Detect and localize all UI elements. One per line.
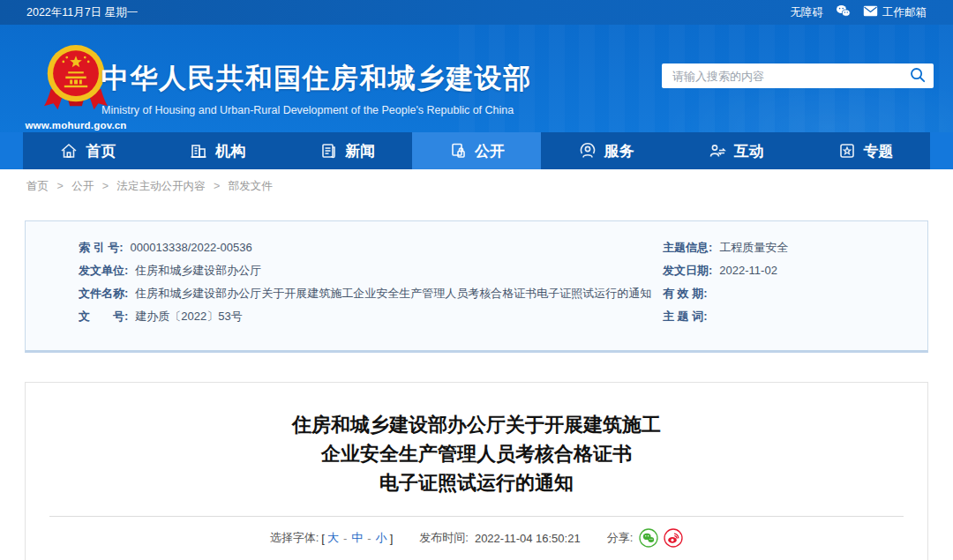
news-icon — [319, 141, 338, 161]
wechat-icon — [836, 4, 851, 20]
article-title: 住房和城乡建设部办公厅关于开展建筑施工 企业安全生产管理人员考核合格证书 电子证… — [26, 410, 927, 497]
article-title-line2: 企业安全生产管理人员考核合格证书 — [26, 439, 927, 468]
accessibility-link[interactable]: 无障碍 — [791, 5, 824, 20]
nav-tab-organization[interactable]: 机构 — [153, 132, 282, 169]
info-label: 有 效 期: — [663, 282, 708, 305]
interaction-icon — [708, 141, 727, 161]
info-label: 文件名称: — [79, 282, 128, 305]
work-mailbox-label: 工作邮箱 — [882, 5, 927, 20]
info-label: 主 题 词: — [663, 305, 708, 328]
info-label: 主题信息: — [663, 236, 712, 259]
article-title-line1: 住房和城乡建设部办公厅关于开展建筑施工 — [26, 410, 927, 439]
site-url: www.mohurd.gov.cn — [23, 120, 129, 131]
service-icon — [578, 141, 597, 161]
site-header: www.mohurd.gov.cn 中华人民共和国住房和城乡建设部 Minist… — [0, 25, 953, 132]
envelope-icon — [863, 5, 878, 19]
work-mailbox-link[interactable]: 工作邮箱 — [863, 5, 927, 20]
site-title: 中华人民共和国住房和城乡建设部 — [101, 60, 532, 97]
document-info-right-column: 主题信息: 工程质量安全 发文日期: 2022-11-02 有 效 期: 主 题… — [663, 221, 927, 350]
current-date: 2022年11月7日 星期一 — [26, 5, 138, 20]
search-button[interactable] — [909, 66, 927, 86]
home-icon — [59, 141, 79, 161]
nav-tab-news[interactable]: 新闻 — [282, 132, 412, 169]
info-row-index-number: 索 引 号: 000013338/2022-00536 — [79, 236, 663, 259]
font-size-large-button[interactable]: 大 — [327, 530, 339, 546]
primary-nav-row: 首页 机构 新闻 公开 — [0, 132, 953, 169]
info-label: 文 号: — [79, 305, 128, 328]
page: 2022年11月7日 星期一 无障碍 工作邮箱 — [0, 0, 953, 560]
topics-icon — [837, 141, 857, 161]
nav-tab-label: 机构 — [215, 141, 245, 161]
font-size-medium-button[interactable]: 中 — [351, 530, 363, 546]
search-box — [662, 63, 934, 88]
breadcrumb-separator: > — [56, 180, 63, 192]
bracket-open: [ — [321, 532, 325, 545]
info-row-keywords: 主 题 词: — [663, 305, 927, 328]
document-info-left-column: 索 引 号: 000013338/2022-00536 发文单位: 住房和城乡建… — [26, 221, 663, 350]
info-label: 发文日期: — [663, 259, 712, 282]
info-value: 住房和城乡建设部办公厅 — [135, 259, 261, 282]
nav-tab-disclosure[interactable]: 公开 — [412, 132, 542, 169]
nav-tab-interaction[interactable]: 互动 — [671, 132, 800, 169]
bracket-close: ] — [390, 532, 394, 545]
info-value: 工程质量安全 — [719, 236, 788, 259]
info-value: 2022-11-02 — [719, 259, 777, 282]
top-bar: 2022年11月7日 星期一 无障碍 工作邮箱 — [0, 0, 953, 25]
nav-tab-label: 首页 — [86, 141, 116, 161]
dash: - — [343, 532, 347, 545]
info-value: 建办质〔2022〕53号 — [135, 305, 242, 328]
nav-tab-label: 服务 — [604, 141, 634, 161]
share-weibo-button[interactable] — [664, 528, 683, 548]
primary-nav: 首页 机构 新闻 公开 — [23, 132, 930, 169]
breadcrumb: 首页 > 公开 > 法定主动公开内容 > 部发文件 — [26, 179, 273, 194]
share-wechat-button[interactable] — [639, 528, 658, 548]
breadcrumb-item-disclosure[interactable]: 公开 — [71, 180, 94, 192]
info-value: 住房和城乡建设部办公厅关于开展建筑施工企业安全生产管理人员考核合格证书电子证照试… — [135, 282, 651, 305]
organization-icon — [189, 141, 208, 161]
nav-tab-topics[interactable]: 专题 — [800, 132, 930, 169]
publish-time: 2022-11-04 16:50:21 — [475, 532, 581, 545]
info-row-document-number: 文 号: 建办质〔2022〕53号 — [79, 305, 663, 328]
search-input[interactable] — [672, 70, 909, 83]
document-info-panel: 索 引 号: 000013338/2022-00536 发文单位: 住房和城乡建… — [25, 220, 928, 353]
disclosure-icon — [448, 141, 468, 161]
nav-tab-home[interactable]: 首页 — [23, 132, 153, 169]
breadcrumb-item-statutory[interactable]: 法定主动公开内容 — [117, 180, 206, 192]
dash: - — [367, 532, 371, 545]
breadcrumb-separator: > — [214, 180, 220, 192]
nav-tab-label: 公开 — [475, 141, 505, 161]
nav-tab-service[interactable]: 服务 — [541, 132, 671, 169]
info-label: 发文单位: — [79, 259, 128, 282]
article-panel: 住房和城乡建设部办公厅关于开展建筑施工 企业安全生产管理人员考核合格证书 电子证… — [25, 382, 928, 560]
wechat-share-link[interactable] — [836, 4, 851, 20]
article-meta-bar: 选择字体: [ 大 - 中 - 小 ] 发布时间: 2022-11-04 16:… — [26, 528, 927, 548]
breadcrumb-separator: > — [102, 180, 109, 192]
site-subtitle: Ministry of Housing and Urban-Rural Deve… — [101, 104, 532, 116]
info-row-validity: 有 效 期: — [663, 282, 927, 305]
info-value: 000013338/2022-00536 — [131, 236, 252, 259]
nav-tab-label: 新闻 — [345, 141, 375, 161]
title-divider — [49, 516, 904, 517]
font-size-selector-label: 选择字体: — [270, 530, 319, 546]
article-title-line3: 电子证照试运行的通知 — [26, 468, 927, 497]
info-row-issue-date: 发文日期: 2022-11-02 — [663, 259, 927, 282]
publish-time-label: 发布时间: — [419, 530, 469, 546]
search-icon — [909, 66, 927, 86]
font-size-small-button[interactable]: 小 — [376, 530, 387, 546]
info-row-topic-info: 主题信息: 工程质量安全 — [663, 236, 927, 259]
info-row-issuing-unit: 发文单位: 住房和城乡建设部办公厅 — [79, 259, 663, 282]
national-emblem-icon — [43, 102, 109, 117]
breadcrumb-item-current: 部发文件 — [229, 180, 273, 192]
info-label: 索 引 号: — [79, 236, 124, 259]
breadcrumb-item-home[interactable]: 首页 — [26, 180, 49, 192]
nav-tab-label: 专题 — [864, 141, 894, 161]
nav-tab-label: 互动 — [734, 141, 764, 161]
info-row-document-name: 文件名称: 住房和城乡建设部办公厅关于开展建筑施工企业安全生产管理人员考核合格证… — [79, 282, 663, 305]
share-label: 分享: — [607, 530, 634, 546]
